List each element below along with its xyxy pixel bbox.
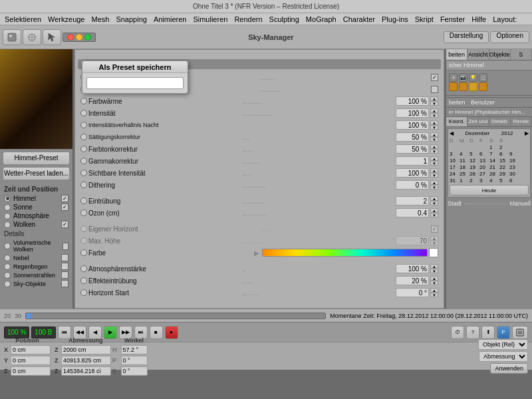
stepper-farbwaerme[interactable]: ▲ ▼ xyxy=(430,96,438,106)
icon-cube[interactable]: ◻ xyxy=(479,73,487,82)
radio-saett[interactable] xyxy=(80,134,87,140)
btn-up-arrow[interactable]: ⬆ xyxy=(481,326,495,339)
icon-sun[interactable]: ☀ xyxy=(449,73,458,82)
close-btn[interactable] xyxy=(67,34,74,41)
maximize-btn[interactable] xyxy=(84,34,91,41)
menu-simulieren[interactable]: Simulieren xyxy=(190,15,231,24)
timeline-bar[interactable] xyxy=(25,313,326,319)
radio-dot-vol-wolken[interactable] xyxy=(4,243,11,249)
radio-int-nacht[interactable] xyxy=(80,122,87,128)
menu-animieren[interactable]: Animieren xyxy=(150,15,190,24)
calendar-next[interactable]: ▶ xyxy=(525,130,529,136)
checkbox-sonnenstrahlen[interactable] xyxy=(61,271,68,279)
preset-btn-himmel[interactable]: Himmel-Preset laden... xyxy=(3,152,70,165)
right-tab-objekte[interactable]: Objekte xyxy=(489,49,511,60)
radio-dot-sonne[interactable] xyxy=(4,204,11,211)
preset-btn-wetter[interactable]: Wetter-Preset laden... xyxy=(3,167,70,180)
icon-camera[interactable]: 📷 xyxy=(459,73,467,82)
abm-y-input[interactable] xyxy=(61,356,111,365)
btn-help[interactable]: ? xyxy=(466,326,479,339)
radio-dithering[interactable] xyxy=(80,182,87,188)
coord-y-input[interactable] xyxy=(11,356,51,365)
checkbox-sky-objekte[interactable] xyxy=(61,280,68,287)
abm-x-input[interactable] xyxy=(61,345,111,354)
input-saett[interactable] xyxy=(396,132,429,142)
stepper-int-nacht[interactable]: ▲ ▼ xyxy=(430,120,438,130)
checkbox-himmel[interactable] xyxy=(61,195,68,202)
right-bottom-tab-zeit[interactable]: Zeit und Po xyxy=(467,117,489,126)
stepper-eintrub[interactable]: ▲ ▼ xyxy=(430,196,438,205)
stepper-atm-staerke[interactable]: ▲ ▼ xyxy=(430,264,438,273)
radio-dot-sky-objekte[interactable] xyxy=(4,281,11,287)
stepper-farbton[interactable]: ▲ ▼ xyxy=(430,144,438,154)
toolbar-icon1[interactable] xyxy=(3,29,21,45)
menu-fenster[interactable]: Fenster xyxy=(437,15,468,24)
abm-z-input[interactable] xyxy=(61,366,111,376)
right-tab-ansicht[interactable]: Ansicht xyxy=(467,49,489,60)
radio-dot-nebel[interactable] xyxy=(4,255,11,261)
radio-effekt[interactable] xyxy=(80,277,87,284)
input-atm-staerke[interactable] xyxy=(396,264,429,273)
menu-mesh[interactable]: Mesh xyxy=(88,15,112,24)
radio-farbwaerme[interactable] xyxy=(80,98,87,104)
coord-z-input[interactable] xyxy=(11,366,51,376)
toolbar-icon2[interactable] xyxy=(23,29,41,45)
stepper-horiz-start[interactable]: ▲ ▼ xyxy=(430,288,438,297)
radio-farbe[interactable] xyxy=(80,249,87,256)
minimize-btn[interactable] xyxy=(76,34,82,41)
checkbox-sonne[interactable] xyxy=(61,203,68,211)
btn-record[interactable]: ● xyxy=(165,326,178,339)
apply-btn[interactable]: Anwenden xyxy=(490,363,528,374)
input-effekt[interactable] xyxy=(396,276,429,285)
radio-dot-himmel[interactable] xyxy=(4,196,11,202)
calendar-prev[interactable]: ◀ xyxy=(450,130,454,136)
menu-layout[interactable]: Layout: xyxy=(489,15,520,24)
radio-dot-wolken[interactable] xyxy=(4,221,11,228)
toolbar-cursor[interactable] xyxy=(43,29,61,45)
icon-dot1[interactable] xyxy=(449,82,458,91)
checkbox-horizontlinie[interactable] xyxy=(431,86,438,93)
input-sichtb-int[interactable] xyxy=(396,168,429,178)
radio-ozon[interactable] xyxy=(80,209,87,216)
radio-gamma[interactable] xyxy=(80,158,87,164)
stepper-dithering[interactable]: ▲ ▼ xyxy=(430,180,438,190)
radio-atm-staerke[interactable] xyxy=(80,265,87,272)
input-horiz-start[interactable] xyxy=(396,288,429,297)
right-tab-s[interactable]: S xyxy=(511,49,532,60)
mode-select1[interactable]: Objekt (Rel) xyxy=(478,339,528,350)
radio-farbton[interactable] xyxy=(80,146,87,152)
btn-stop[interactable]: ■ xyxy=(150,326,163,339)
tab-optionen[interactable]: Optionen xyxy=(490,31,529,43)
checkbox-vol-wolken[interactable] xyxy=(63,243,68,250)
radio-intensitaet[interactable] xyxy=(80,110,87,116)
heute-btn[interactable]: Heute xyxy=(450,185,529,196)
stepper-saett[interactable]: ▲ ▼ xyxy=(430,132,438,142)
tab-darstellung[interactable]: Darstellung xyxy=(444,31,489,43)
menu-plugins[interactable]: Plug-ins xyxy=(378,15,412,24)
right-bottom-tab-koord[interactable]: Koord. xyxy=(446,117,467,126)
radio-dot-atmosphaere[interactable] xyxy=(4,213,11,219)
right-tab-beiten[interactable]: beiten xyxy=(446,49,467,60)
radio-dot-regenbogen[interactable] xyxy=(4,263,11,270)
radio-sichtb-int[interactable] xyxy=(80,170,87,176)
menu-selektieren[interactable]: Selektieren xyxy=(1,15,45,24)
input-farbwaerme[interactable] xyxy=(396,96,429,106)
radio-horiz-start[interactable] xyxy=(80,289,87,296)
mode-select2[interactable]: Abmessung xyxy=(479,351,528,362)
input-ozon[interactable] xyxy=(396,208,429,217)
menu-charakter[interactable]: Charakter xyxy=(340,15,378,24)
menu-skript[interactable]: Skript xyxy=(412,15,437,24)
win-p-input[interactable] xyxy=(121,356,148,365)
icon-dot3[interactable] xyxy=(469,82,477,91)
menu-werkzeuge[interactable]: Werkzeuge xyxy=(45,15,88,24)
input-eintrub[interactable] xyxy=(396,196,429,205)
radio-dot-sonnenstrahlen[interactable] xyxy=(4,272,11,279)
preset-name-input[interactable] xyxy=(86,77,184,89)
input-dithering[interactable] xyxy=(396,180,429,190)
btn-render[interactable] xyxy=(512,326,528,339)
icon-dot4[interactable] xyxy=(479,82,487,91)
menu-mograph[interactable]: MoGraph xyxy=(303,15,340,24)
input-int-nacht[interactable] xyxy=(396,120,429,130)
stepper-gamma[interactable]: ▲ ▼ xyxy=(430,156,438,166)
checkbox-wolken[interactable] xyxy=(61,221,68,228)
